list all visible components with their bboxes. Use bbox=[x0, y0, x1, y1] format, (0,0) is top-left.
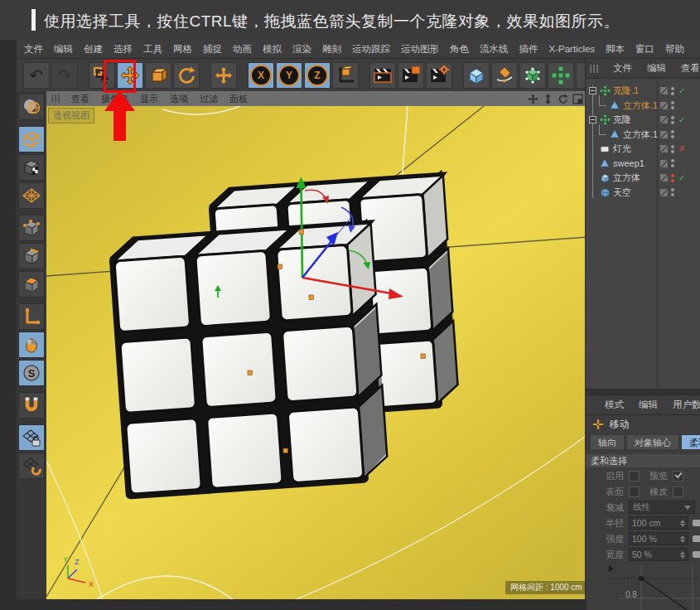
object-name[interactable]: 立方体.1 bbox=[623, 128, 658, 141]
vp-menu-filter[interactable]: 过滤 bbox=[200, 93, 218, 105]
menu-help[interactable]: 帮助 bbox=[665, 43, 684, 56]
curve-expand-icon[interactable] bbox=[609, 565, 614, 572]
layer-chip[interactable] bbox=[660, 160, 668, 167]
vp-menu-panel[interactable]: 面板 bbox=[229, 93, 248, 105]
rubber-checkbox[interactable] bbox=[673, 487, 683, 497]
panel-grip-icon[interactable] bbox=[51, 94, 60, 103]
rotate-view-icon[interactable] bbox=[558, 94, 568, 104]
visibility-dots[interactable] bbox=[671, 116, 674, 124]
menu-motion-tracker[interactable]: 运动跟踪 bbox=[352, 43, 390, 56]
points-mode-button[interactable] bbox=[18, 215, 45, 241]
menu-script[interactable]: 脚本 bbox=[606, 43, 625, 56]
object-name[interactable]: 立方体.1 bbox=[623, 99, 658, 112]
menu-window[interactable]: 窗口 bbox=[635, 43, 654, 56]
menu-tools[interactable]: 工具 bbox=[143, 43, 162, 56]
menu-edit[interactable]: 编辑 bbox=[54, 43, 73, 56]
visibility-dots[interactable] bbox=[671, 188, 674, 196]
magnet-snap-button[interactable] bbox=[18, 392, 45, 419]
visibility-dots[interactable] bbox=[671, 101, 674, 109]
menu-mograph[interactable]: 运动图形 bbox=[401, 43, 439, 56]
am-menu-mode[interactable]: 模式 bbox=[605, 399, 624, 411]
preview-checkbox[interactable] bbox=[673, 471, 683, 482]
stepper-icon[interactable] bbox=[680, 535, 685, 543]
visibility-dots[interactable] bbox=[671, 174, 674, 182]
menu-mesh[interactable]: 网格 bbox=[173, 43, 192, 56]
om-menu-edit[interactable]: 编辑 bbox=[647, 62, 666, 75]
enabled-check-icon[interactable]: ✓ bbox=[678, 115, 685, 124]
disabled-cross-icon[interactable]: ✗ bbox=[678, 144, 685, 153]
falloff-dropdown[interactable]: 线性 bbox=[629, 501, 695, 514]
width-slider[interactable] bbox=[693, 551, 700, 558]
panel-splitter[interactable] bbox=[586, 389, 700, 395]
am-menu-userdata[interactable]: 用户数据 bbox=[673, 399, 700, 411]
menu-pipeline[interactable]: 流水线 bbox=[480, 43, 509, 56]
menu-simulate[interactable]: 模拟 bbox=[263, 43, 282, 56]
model-mode-button[interactable] bbox=[18, 126, 45, 152]
mograph-cloner-button[interactable] bbox=[548, 62, 574, 89]
layer-chip[interactable] bbox=[660, 87, 668, 94]
width-field[interactable]: 50 % bbox=[629, 548, 688, 561]
layer-chip[interactable] bbox=[660, 145, 668, 152]
menu-plugins[interactable]: 插件 bbox=[519, 43, 538, 56]
menu-file[interactable]: 文件 bbox=[24, 43, 43, 56]
layer-chip[interactable] bbox=[660, 174, 668, 182]
menu-render[interactable]: 渲染 bbox=[292, 43, 311, 56]
vp-menu-options[interactable]: 选项 bbox=[170, 93, 188, 105]
vp-menu-view[interactable]: 查看 bbox=[71, 93, 89, 105]
scale-tool-button[interactable] bbox=[145, 62, 171, 89]
panel-grip-icon[interactable] bbox=[590, 65, 598, 73]
visibility-dots[interactable] bbox=[671, 159, 674, 167]
lock-z-axis-button[interactable]: Z bbox=[304, 62, 331, 89]
polygons-mode-button[interactable] bbox=[18, 271, 45, 298]
visibility-dots[interactable] bbox=[671, 145, 674, 153]
coordinate-system-button[interactable] bbox=[332, 62, 359, 89]
stepper-icon[interactable] bbox=[680, 520, 685, 527]
object-row-light[interactable]: 灯光 ✗ bbox=[586, 142, 700, 157]
collapse-icon[interactable] bbox=[589, 87, 596, 94]
edges-mode-button[interactable] bbox=[18, 243, 45, 269]
collapse-icon[interactable] bbox=[589, 116, 596, 123]
radius-field[interactable]: 100 cm bbox=[629, 516, 688, 530]
enable-snap-button[interactable]: S bbox=[18, 360, 45, 386]
pan-view-icon[interactable] bbox=[528, 94, 538, 104]
stepper-icon[interactable] bbox=[680, 551, 685, 559]
viewport-canvas[interactable]: Y Z X 透视视图 网格间距 : 1000 cm bbox=[46, 106, 588, 599]
strength-field[interactable]: 100 % bbox=[629, 532, 688, 545]
primitive-cube-button[interactable] bbox=[463, 62, 490, 89]
layer-chip[interactable] bbox=[660, 116, 668, 123]
strength-slider[interactable] bbox=[693, 535, 700, 542]
surface-checkbox[interactable] bbox=[629, 487, 640, 497]
redo-button[interactable]: ↷ bbox=[51, 62, 78, 89]
zoom-view-icon[interactable] bbox=[543, 94, 553, 104]
menu-animate[interactable]: 动画 bbox=[233, 43, 252, 56]
menu-create[interactable]: 创建 bbox=[84, 43, 103, 56]
render-picture-viewer-button[interactable] bbox=[398, 62, 424, 89]
object-name[interactable]: 灯光 bbox=[613, 143, 631, 155]
visibility-dots[interactable] bbox=[671, 87, 674, 95]
layer-chip[interactable] bbox=[660, 189, 668, 196]
tweak-mode-button[interactable] bbox=[18, 332, 45, 358]
visibility-dots[interactable] bbox=[671, 130, 674, 138]
layer-chip[interactable] bbox=[660, 102, 668, 109]
object-name[interactable]: 克隆 bbox=[613, 114, 631, 126]
vp-menu-display[interactable]: 显示 bbox=[140, 93, 158, 105]
undo-button[interactable]: ↶ bbox=[23, 62, 50, 89]
spline-pen-button[interactable] bbox=[491, 62, 518, 89]
menu-select[interactable]: 选择 bbox=[113, 43, 133, 56]
toggle-panel-icon[interactable] bbox=[572, 94, 583, 104]
make-editable-button[interactable] bbox=[18, 94, 45, 120]
falloff-curve[interactable]: 0.8 bbox=[586, 565, 700, 610]
workplane-mode-button[interactable] bbox=[18, 182, 45, 209]
soft-selection-header[interactable]: 柔和选择 bbox=[586, 454, 700, 467]
tab-axis[interactable]: 轴向 bbox=[590, 434, 625, 450]
menu-xparticles[interactable]: X-Particles bbox=[549, 44, 596, 54]
last-used-tool-button[interactable] bbox=[210, 62, 237, 89]
object-row-cube[interactable]: 立方体 ✓ bbox=[586, 171, 700, 186]
menu-sculpt[interactable]: 雕刻 bbox=[322, 43, 341, 56]
object-name[interactable]: sweep1 bbox=[613, 158, 644, 168]
enabled-check-icon[interactable]: ✓ bbox=[678, 86, 685, 95]
object-row-cube1a[interactable]: 立方体.1 bbox=[586, 99, 700, 114]
workplane-lock-button[interactable] bbox=[18, 424, 45, 451]
rotate-tool-button[interactable] bbox=[173, 62, 200, 89]
render-settings-button[interactable] bbox=[426, 62, 452, 89]
